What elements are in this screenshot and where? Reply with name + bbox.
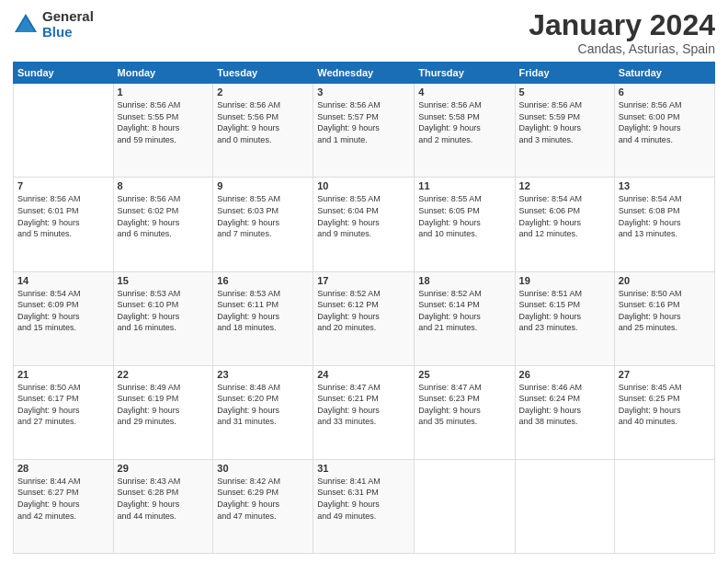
day-number: 25 (418, 369, 510, 380)
calendar-cell: 9Sunrise: 8:55 AMSunset: 6:03 PMDaylight… (213, 178, 313, 271)
calendar-header-monday: Monday (113, 63, 213, 84)
calendar-cell: 10Sunrise: 8:55 AMSunset: 6:04 PMDayligh… (313, 178, 415, 271)
day-number: 19 (519, 275, 610, 286)
calendar-header-friday: Friday (515, 63, 614, 84)
calendar-cell: 11Sunrise: 8:55 AMSunset: 6:05 PMDayligh… (415, 178, 515, 271)
calendar-cell (614, 459, 714, 553)
day-info: Sunrise: 8:50 AMSunset: 6:17 PMDaylight:… (17, 382, 109, 428)
calendar-cell: 2Sunrise: 8:56 AMSunset: 5:56 PMDaylight… (213, 84, 313, 178)
day-info: Sunrise: 8:47 AMSunset: 6:21 PMDaylight:… (317, 382, 410, 428)
day-number: 6 (619, 86, 711, 98)
day-info: Sunrise: 8:53 AMSunset: 6:11 PMDaylight:… (217, 288, 309, 334)
day-number: 18 (418, 275, 510, 286)
day-number: 20 (619, 275, 711, 286)
calendar-cell: 22Sunrise: 8:49 AMSunset: 6:19 PMDayligh… (113, 365, 213, 459)
calendar-cell: 6Sunrise: 8:56 AMSunset: 6:00 PMDaylight… (614, 84, 714, 178)
calendar-cell: 5Sunrise: 8:56 AMSunset: 5:59 PMDaylight… (515, 84, 614, 178)
day-number: 17 (317, 275, 410, 286)
calendar-header-saturday: Saturday (614, 63, 714, 84)
day-info: Sunrise: 8:54 AMSunset: 6:06 PMDaylight:… (519, 193, 610, 239)
logo-general-text: General (42, 9, 94, 25)
calendar-cell: 29Sunrise: 8:43 AMSunset: 6:28 PMDayligh… (113, 459, 213, 553)
day-number: 14 (17, 275, 109, 286)
calendar-cell (14, 84, 114, 178)
day-info: Sunrise: 8:47 AMSunset: 6:23 PMDaylight:… (418, 382, 510, 428)
logo-icon (13, 12, 39, 38)
day-info: Sunrise: 8:55 AMSunset: 6:04 PMDaylight:… (317, 193, 410, 239)
day-info: Sunrise: 8:48 AMSunset: 6:20 PMDaylight:… (217, 382, 309, 428)
day-info: Sunrise: 8:55 AMSunset: 6:05 PMDaylight:… (418, 193, 510, 239)
calendar-header-sunday: Sunday (14, 63, 114, 84)
calendar-cell: 13Sunrise: 8:54 AMSunset: 6:08 PMDayligh… (614, 178, 714, 271)
day-number: 21 (17, 369, 109, 380)
calendar-cell: 15Sunrise: 8:53 AMSunset: 6:10 PMDayligh… (113, 271, 213, 365)
day-info: Sunrise: 8:55 AMSunset: 6:03 PMDaylight:… (217, 193, 309, 239)
day-number: 23 (217, 369, 309, 380)
calendar-cell (415, 459, 515, 553)
day-info: Sunrise: 8:43 AMSunset: 6:28 PMDaylight:… (118, 476, 210, 522)
calendar-cell: 27Sunrise: 8:45 AMSunset: 6:25 PMDayligh… (614, 365, 714, 459)
calendar-header-thursday: Thursday (415, 63, 515, 84)
calendar-week-4: 21Sunrise: 8:50 AMSunset: 6:17 PMDayligh… (14, 365, 715, 459)
day-info: Sunrise: 8:56 AMSunset: 5:59 PMDaylight:… (519, 99, 610, 145)
day-info: Sunrise: 8:56 AMSunset: 6:00 PMDaylight:… (619, 99, 711, 145)
day-number: 31 (317, 463, 410, 474)
header: General Blue January 2024 Candas, Asturi… (13, 9, 715, 56)
day-info: Sunrise: 8:42 AMSunset: 6:29 PMDaylight:… (217, 476, 309, 522)
title-block: January 2024 Candas, Asturias, Spain (529, 9, 715, 56)
calendar-cell: 31Sunrise: 8:41 AMSunset: 6:31 PMDayligh… (313, 459, 415, 553)
calendar-cell: 3Sunrise: 8:56 AMSunset: 5:57 PMDaylight… (313, 84, 415, 178)
calendar-cell: 4Sunrise: 8:56 AMSunset: 5:58 PMDaylight… (415, 84, 515, 178)
calendar-cell: 8Sunrise: 8:56 AMSunset: 6:02 PMDaylight… (113, 178, 213, 271)
logo-text: General Blue (42, 9, 94, 40)
calendar-cell: 19Sunrise: 8:51 AMSunset: 6:15 PMDayligh… (515, 271, 614, 365)
day-info: Sunrise: 8:49 AMSunset: 6:19 PMDaylight:… (118, 382, 210, 428)
calendar-week-5: 28Sunrise: 8:44 AMSunset: 6:27 PMDayligh… (14, 459, 715, 553)
calendar-cell: 18Sunrise: 8:52 AMSunset: 6:14 PMDayligh… (415, 271, 515, 365)
day-info: Sunrise: 8:56 AMSunset: 5:56 PMDaylight:… (217, 99, 309, 145)
day-number: 7 (17, 180, 109, 191)
day-number: 8 (118, 180, 210, 191)
calendar-cell: 20Sunrise: 8:50 AMSunset: 6:16 PMDayligh… (614, 271, 714, 365)
calendar-cell: 12Sunrise: 8:54 AMSunset: 6:06 PMDayligh… (515, 178, 614, 271)
day-number: 16 (217, 275, 309, 286)
day-info: Sunrise: 8:44 AMSunset: 6:27 PMDaylight:… (17, 476, 109, 522)
day-number: 5 (519, 86, 610, 98)
day-info: Sunrise: 8:52 AMSunset: 6:14 PMDaylight:… (418, 288, 510, 334)
location: Candas, Asturias, Spain (529, 41, 715, 56)
day-number: 3 (317, 86, 410, 98)
calendar-cell: 25Sunrise: 8:47 AMSunset: 6:23 PMDayligh… (415, 365, 515, 459)
calendar-header-wednesday: Wednesday (313, 63, 415, 84)
calendar-table: SundayMondayTuesdayWednesdayThursdayFrid… (13, 62, 715, 554)
day-number: 28 (17, 463, 109, 474)
day-info: Sunrise: 8:45 AMSunset: 6:25 PMDaylight:… (619, 382, 711, 428)
page: General Blue January 2024 Candas, Asturi… (0, 0, 728, 563)
day-info: Sunrise: 8:54 AMSunset: 6:09 PMDaylight:… (17, 288, 109, 334)
calendar-week-3: 14Sunrise: 8:54 AMSunset: 6:09 PMDayligh… (14, 271, 715, 365)
day-info: Sunrise: 8:50 AMSunset: 6:16 PMDaylight:… (619, 288, 711, 334)
day-number: 27 (619, 369, 711, 380)
calendar-header-tuesday: Tuesday (213, 63, 313, 84)
day-info: Sunrise: 8:46 AMSunset: 6:24 PMDaylight:… (519, 382, 610, 428)
day-number: 4 (418, 86, 510, 98)
day-info: Sunrise: 8:53 AMSunset: 6:10 PMDaylight:… (118, 288, 210, 334)
day-number: 15 (118, 275, 210, 286)
day-number: 12 (519, 180, 610, 191)
calendar-cell: 1Sunrise: 8:56 AMSunset: 5:55 PMDaylight… (113, 84, 213, 178)
day-number: 1 (118, 86, 210, 98)
calendar-cell: 16Sunrise: 8:53 AMSunset: 6:11 PMDayligh… (213, 271, 313, 365)
calendar-header-row: SundayMondayTuesdayWednesdayThursdayFrid… (14, 63, 715, 84)
month-title: January 2024 (529, 9, 715, 41)
day-number: 29 (118, 463, 210, 474)
day-info: Sunrise: 8:54 AMSunset: 6:08 PMDaylight:… (619, 193, 711, 239)
day-info: Sunrise: 8:51 AMSunset: 6:15 PMDaylight:… (519, 288, 610, 334)
calendar-cell: 24Sunrise: 8:47 AMSunset: 6:21 PMDayligh… (313, 365, 415, 459)
day-number: 2 (217, 86, 309, 98)
day-info: Sunrise: 8:52 AMSunset: 6:12 PMDaylight:… (317, 288, 410, 334)
day-number: 22 (118, 369, 210, 380)
calendar-cell: 26Sunrise: 8:46 AMSunset: 6:24 PMDayligh… (515, 365, 614, 459)
day-number: 10 (317, 180, 410, 191)
day-info: Sunrise: 8:56 AMSunset: 5:55 PMDaylight:… (118, 99, 210, 145)
day-info: Sunrise: 8:56 AMSunset: 5:57 PMDaylight:… (317, 99, 410, 145)
calendar-cell: 21Sunrise: 8:50 AMSunset: 6:17 PMDayligh… (14, 365, 114, 459)
